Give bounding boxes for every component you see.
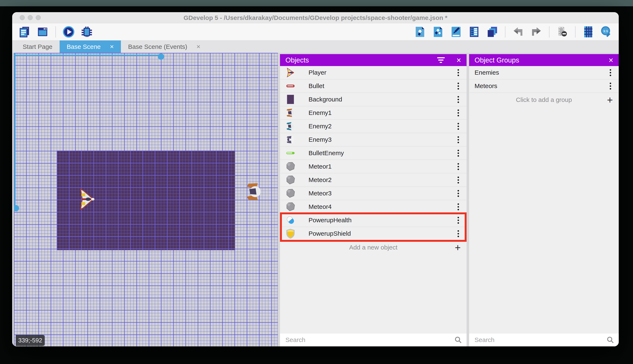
tab-base-scene[interactable]: Base Scene ×: [60, 40, 121, 53]
groups-search-bar: [469, 333, 619, 346]
objects-list: PlayerBulletBackgroundEnemy1Enemy2Enemy3…: [280, 66, 467, 333]
object-menu-icon[interactable]: [455, 68, 461, 77]
toggle-window-mask-icon[interactable]: [556, 25, 569, 38]
toggle-grid-icon[interactable]: [582, 25, 595, 38]
enemy1-thumbnail-icon: [285, 108, 295, 118]
preview-window-icon[interactable]: [36, 25, 49, 38]
close-tab-icon[interactable]: ×: [196, 43, 200, 50]
redo-icon[interactable]: [530, 25, 543, 38]
object-row-meteor3[interactable]: Meteor3: [280, 187, 467, 200]
object-menu-icon[interactable]: [455, 230, 461, 238]
vertical-scrollbar-track[interactable]: [14, 53, 16, 208]
zoom-to-fit-icon[interactable]: 1:1: [600, 25, 613, 38]
undo-icon[interactable]: [512, 25, 525, 38]
vertical-scrollbar-thumb[interactable]: [14, 205, 19, 211]
object-row-enemy3[interactable]: Enemy3: [280, 133, 467, 146]
group-row-meteors[interactable]: Meteors: [469, 80, 619, 93]
properties-icon[interactable]: [450, 25, 463, 38]
powerup-health-thumbnail-icon: [285, 215, 295, 225]
object-groups-panel: Object Groups × EnemiesMeteors Click to …: [469, 54, 619, 346]
object-row-meteor1[interactable]: Meteor1: [280, 160, 467, 174]
tab-label: Start Page: [23, 43, 53, 50]
objects-search-input[interactable]: [280, 334, 467, 346]
object-name: Meteor3: [308, 190, 455, 197]
toolbar-divider: [55, 26, 56, 38]
object-name: Background: [308, 96, 455, 103]
horizontal-scrollbar-thumb[interactable]: [158, 54, 164, 60]
object-menu-icon[interactable]: [455, 216, 461, 224]
window-title: GDevelop 5 - /Users/dkarakay/Documents/G…: [12, 12, 619, 23]
group-menu-icon[interactable]: [607, 68, 613, 77]
object-name: Meteor4: [308, 203, 455, 210]
object-menu-icon[interactable]: [455, 189, 461, 198]
debug-icon[interactable]: [80, 25, 93, 38]
close-panel-icon[interactable]: ×: [609, 56, 613, 64]
filter-icon[interactable]: [437, 57, 445, 63]
close-panel-icon[interactable]: ×: [457, 56, 461, 64]
object-name: Enemy2: [308, 123, 455, 130]
object-menu-icon[interactable]: [455, 122, 461, 131]
object-groups-editor-icon[interactable]: [432, 25, 445, 38]
object-menu-icon[interactable]: [455, 82, 461, 90]
bullet-enemy-thumbnail-icon: [285, 148, 295, 158]
add-group-button[interactable]: Click to add a group +: [469, 93, 619, 107]
object-row-meteor2[interactable]: Meteor2: [280, 174, 467, 187]
object-menu-icon[interactable]: [455, 136, 461, 144]
play-preview-icon[interactable]: [62, 25, 75, 38]
project-manager-icon[interactable]: [18, 25, 31, 38]
objects-search-bar: [280, 333, 467, 346]
object-menu-icon[interactable]: [455, 162, 461, 171]
gdevelop-window: GDevelop 5 - /Users/dkarakay/Documents/G…: [12, 12, 619, 346]
player-instance[interactable]: [78, 188, 95, 210]
object-row-bulletenemy[interactable]: BulletEnemy: [280, 146, 467, 160]
object-row-player[interactable]: Player: [280, 66, 467, 80]
groups-search-input[interactable]: [469, 334, 619, 346]
tab-label: Base Scene (Events): [128, 43, 187, 50]
object-menu-icon[interactable]: [455, 149, 461, 158]
object-menu-icon[interactable]: [455, 202, 461, 211]
object-name: Enemy1: [308, 109, 455, 116]
group-name: Enemies: [475, 69, 607, 76]
object-row-enemy2[interactable]: Enemy2: [280, 120, 467, 133]
object-row-background[interactable]: Background: [280, 93, 467, 106]
enemy-instance[interactable]: [245, 182, 263, 201]
instances-list-icon[interactable]: [468, 25, 481, 38]
object-name: PowerupHealth: [308, 216, 455, 224]
editor-tab-bar: Start Page Base Scene × Base Scene (Even…: [12, 40, 619, 53]
object-row-powerupshield[interactable]: PowerupShield: [280, 227, 467, 240]
plus-icon: +: [607, 94, 613, 106]
meteor-thumbnail-icon: [285, 188, 295, 198]
tab-base-scene-events[interactable]: Base Scene (Events) ×: [121, 40, 208, 53]
powerup-shield-thumbnail-icon: [285, 228, 295, 238]
object-row-poweruphealth[interactable]: PowerupHealth: [280, 214, 467, 227]
object-name: Bullet: [308, 82, 455, 90]
object-name: Meteor2: [308, 176, 455, 184]
group-row-enemies[interactable]: Enemies: [469, 66, 619, 80]
object-menu-icon[interactable]: [455, 108, 461, 117]
search-icon: [606, 336, 614, 344]
object-row-enemy1[interactable]: Enemy1: [280, 106, 467, 120]
object-menu-icon[interactable]: [455, 176, 461, 184]
meteor-thumbnail-icon: [285, 162, 295, 172]
object-row-bullet[interactable]: Bullet: [280, 80, 467, 93]
horizontal-scrollbar-track[interactable]: [14, 55, 161, 56]
objects-panel-header: Objects ×: [280, 54, 467, 66]
search-icon: [454, 336, 462, 344]
group-menu-icon[interactable]: [607, 82, 613, 90]
object-groups-panel-title: Object Groups: [475, 56, 609, 64]
object-name: Player: [308, 69, 455, 76]
object-menu-icon[interactable]: [455, 95, 461, 104]
layers-icon[interactable]: [486, 25, 499, 38]
main-toolbar: 1:1: [12, 23, 619, 40]
meteor-thumbnail-icon: [285, 175, 295, 185]
add-object-label: Add a new object: [349, 244, 397, 251]
object-name: Meteor1: [308, 163, 455, 170]
tab-start-page[interactable]: Start Page: [16, 40, 60, 53]
object-row-meteor4[interactable]: Meteor4: [280, 200, 467, 214]
objects-editor-icon[interactable]: [414, 25, 427, 38]
add-object-button[interactable]: Add a new object +: [280, 240, 467, 254]
close-tab-icon[interactable]: ×: [110, 43, 114, 50]
object-groups-list: EnemiesMeteors Click to add a group +: [469, 66, 619, 333]
group-name: Meteors: [475, 82, 607, 90]
scene-canvas[interactable]: 339;-592: [14, 53, 278, 346]
